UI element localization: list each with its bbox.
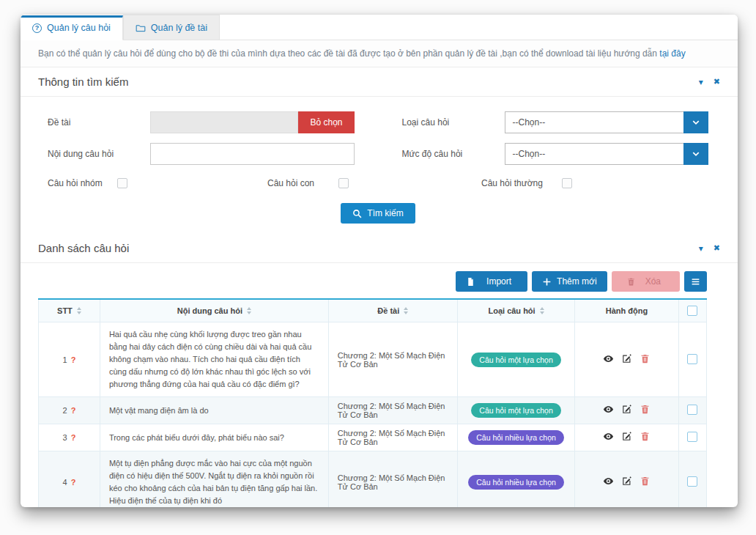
row-help-icon: ? — [71, 478, 76, 487]
row-checkbox[interactable] — [687, 476, 697, 487]
select-all-checkbox[interactable] — [687, 306, 697, 316]
loai-cau-hoi-select[interactable]: --Chọn-- — [505, 111, 684, 133]
cau-hoi-thuong-checkbox[interactable] — [562, 178, 572, 188]
tab-quan-ly-de-tai[interactable]: Quản lý đề tài — [123, 15, 220, 40]
view-button[interactable] — [599, 404, 618, 417]
plus-icon — [542, 277, 552, 287]
header-loai-cau-hoi: Loại câu hỏi — [457, 299, 575, 322]
sort-icon[interactable] — [540, 307, 544, 314]
collapse-icon[interactable]: ▾ — [699, 244, 703, 253]
delete-row-button[interactable] — [636, 431, 654, 444]
topic-cell: Chương 2: Một Số Mạch Điện Tử Cơ Bản — [328, 322, 457, 397]
question-type-cell: Câu hỏi nhiều lựa chọn — [457, 451, 575, 507]
eye-icon — [603, 353, 614, 364]
delete-row-button[interactable] — [636, 353, 654, 366]
type-badge: Câu hỏi nhiều lựa chọn — [468, 475, 564, 490]
eye-icon — [603, 476, 614, 487]
delete-row-button[interactable] — [636, 476, 654, 489]
row-select-cell — [678, 451, 706, 507]
noi-dung-input[interactable] — [150, 143, 355, 165]
delete-button[interactable]: Xóa — [612, 271, 680, 292]
question-table-container: STT Nội dung câu hỏi Đề tài Loại câu hỏi… — [21, 298, 738, 507]
cau-hoi-con-label: Câu hỏi con — [267, 178, 338, 188]
edit-button[interactable] — [618, 353, 636, 366]
row-select-cell — [678, 322, 706, 397]
list-panel-header: Danh sách câu hỏi ▾ ✖ — [21, 234, 738, 263]
row-checkbox[interactable] — [687, 432, 697, 442]
list-icon — [691, 277, 700, 287]
topic-cell: Chương 2: Một Số Mạch Điện Tử Cơ Bản — [328, 424, 457, 451]
column-options-button[interactable] — [684, 271, 707, 292]
delete-button-label: Xóa — [641, 276, 665, 287]
header-de-tai: Đề tài — [328, 299, 457, 322]
row-checkbox[interactable] — [687, 354, 697, 364]
loai-cau-hoi-dropdown-button[interactable] — [683, 111, 708, 133]
row-help-icon: ? — [71, 433, 76, 442]
chevron-down-icon — [692, 150, 700, 158]
muc-do-select[interactable]: --Chọn-- — [505, 143, 684, 165]
eye-icon — [603, 431, 614, 442]
de-tai-input[interactable] — [150, 111, 298, 133]
file-icon — [466, 277, 475, 287]
trash-icon — [640, 353, 651, 364]
edit-button[interactable] — [618, 431, 636, 444]
search-panel-header: Thông tin tìm kiếm ▾ ✖ — [21, 67, 738, 97]
close-icon[interactable]: ✖ — [714, 244, 720, 252]
import-button-label: Import — [481, 276, 517, 287]
header-select-all — [678, 299, 706, 322]
add-new-button[interactable]: Thêm mới — [532, 271, 607, 292]
search-button[interactable]: Tìm kiếm — [341, 203, 415, 224]
sort-icon[interactable] — [77, 307, 81, 314]
download-guide-link[interactable]: tại đây — [659, 48, 685, 59]
noi-dung-label: Nội dung câu hỏi — [48, 149, 150, 159]
delete-row-button[interactable] — [636, 404, 654, 417]
sort-icon[interactable] — [247, 307, 251, 314]
question-type-cell: Câu hỏi một lựa chọn — [457, 397, 575, 424]
group-cau-hoi-nhom: Câu hỏi nhóm — [48, 178, 267, 188]
question-type-cell: Câu hỏi một lựa chọn — [457, 322, 575, 397]
trash-icon — [640, 476, 651, 487]
tab-label: Quản lý câu hỏi — [47, 23, 111, 33]
type-badge: Câu hỏi một lựa chọn — [471, 353, 560, 367]
muc-do-dropdown-button[interactable] — [683, 143, 708, 165]
type-badge: Câu hỏi một lựa chọn — [471, 403, 560, 418]
stt-cell: 2? — [39, 397, 100, 424]
edit-button[interactable] — [618, 404, 636, 417]
table-header-row: STT Nội dung câu hỏi Đề tài Loại câu hỏi… — [39, 299, 707, 322]
row-help-icon: ? — [71, 406, 76, 415]
tab-bar: ? Quản lý câu hỏi Quản lý đề tài — [21, 15, 738, 40]
question-content-cell: Một tụ điện phẳng được mắc vào hai cực c… — [100, 451, 328, 507]
question-table-body: 1?Hai quả cầu nhẹ cùng khối lượng được t… — [39, 322, 707, 508]
sort-icon[interactable] — [404, 307, 408, 314]
table-row: 2?Một vật mang điện âm là doChương 2: Mộ… — [39, 397, 707, 424]
eye-icon — [603, 404, 614, 415]
row-number: 1 — [63, 355, 67, 364]
question-table: STT Nội dung câu hỏi Đề tài Loại câu hỏi… — [38, 298, 707, 507]
import-button[interactable]: Import — [456, 271, 527, 292]
view-button[interactable] — [599, 476, 618, 489]
table-row: 3?Trong các phát biểu dưới đây, phát biể… — [39, 424, 707, 451]
stt-cell: 3? — [39, 424, 100, 451]
trash-icon — [640, 404, 651, 415]
actions-cell — [575, 397, 678, 424]
cau-hoi-con-checkbox[interactable] — [338, 178, 349, 188]
view-button[interactable] — [599, 431, 618, 444]
de-tai-label: Đề tài — [48, 117, 150, 128]
view-button[interactable] — [599, 353, 618, 366]
collapse-icon[interactable]: ▾ — [699, 78, 703, 86]
table-row: 1?Hai quả cầu nhẹ cùng khối lượng được t… — [39, 322, 707, 397]
add-button-label: Thêm mới — [557, 276, 597, 287]
tab-quan-ly-cau-hoi[interactable]: ? Quản lý câu hỏi — [21, 15, 123, 40]
edit-button[interactable] — [618, 476, 636, 489]
cau-hoi-nhom-checkbox[interactable] — [117, 178, 127, 188]
row-number: 3 — [63, 433, 67, 442]
row-select-cell — [678, 424, 706, 451]
loai-cau-hoi-label: Loại câu hỏi — [402, 117, 505, 128]
close-icon[interactable]: ✖ — [714, 78, 720, 86]
table-row: 4?Một tụ điện phẳng được mắc vào hai cực… — [39, 451, 707, 507]
question-content-cell: Hai quả cầu nhẹ cùng khối lượng được tre… — [100, 322, 328, 397]
row-checkbox[interactable] — [687, 405, 697, 415]
search-icon — [352, 209, 362, 218]
unselect-button[interactable]: Bỏ chọn — [298, 111, 354, 133]
edit-icon — [621, 404, 632, 415]
